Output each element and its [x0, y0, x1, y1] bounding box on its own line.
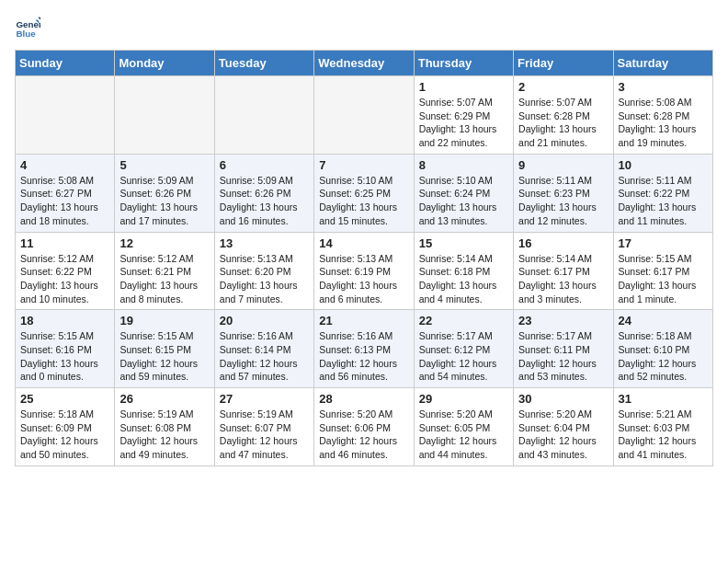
day-number: 15 [419, 236, 508, 250]
calendar-cell: 30Sunrise: 5:20 AM Sunset: 6:04 PM Dayli… [514, 388, 613, 466]
day-info: Sunrise: 5:12 AM Sunset: 6:21 PM Dayligh… [119, 252, 209, 306]
day-info: Sunrise: 5:12 AM Sunset: 6:22 PM Dayligh… [20, 252, 109, 306]
day-info: Sunrise: 5:20 AM Sunset: 6:06 PM Dayligh… [319, 408, 408, 462]
day-info: Sunrise: 5:09 AM Sunset: 6:26 PM Dayligh… [119, 174, 209, 228]
calendar-cell: 12Sunrise: 5:12 AM Sunset: 6:21 PM Dayli… [115, 232, 214, 310]
day-info: Sunrise: 5:07 AM Sunset: 6:28 PM Dayligh… [518, 96, 608, 150]
day-info: Sunrise: 5:10 AM Sunset: 6:24 PM Dayligh… [419, 174, 508, 228]
day-number: 27 [220, 392, 309, 406]
calendar-cell: 18Sunrise: 5:15 AM Sunset: 6:16 PM Dayli… [16, 310, 115, 388]
day-number: 24 [619, 314, 708, 327]
weekday-header-sunday: Sunday [16, 51, 115, 76]
day-number: 18 [20, 314, 109, 327]
logo-icon: General Blue [15, 15, 40, 40]
day-info: Sunrise: 5:19 AM Sunset: 6:07 PM Dayligh… [220, 408, 309, 462]
day-number: 20 [220, 314, 309, 327]
calendar-cell: 23Sunrise: 5:17 AM Sunset: 6:11 PM Dayli… [514, 310, 613, 388]
day-number: 7 [319, 158, 408, 172]
calendar-cell: 24Sunrise: 5:18 AM Sunset: 6:10 PM Dayli… [613, 310, 712, 388]
calendar-cell: 21Sunrise: 5:16 AM Sunset: 6:13 PM Dayli… [314, 310, 414, 388]
day-number: 1 [419, 80, 508, 94]
calendar-cell: 28Sunrise: 5:20 AM Sunset: 6:06 PM Dayli… [314, 388, 414, 466]
day-info: Sunrise: 5:14 AM Sunset: 6:18 PM Dayligh… [419, 252, 508, 306]
calendar-cell [16, 76, 115, 155]
day-info: Sunrise: 5:09 AM Sunset: 6:26 PM Dayligh… [220, 174, 309, 228]
calendar-cell: 2Sunrise: 5:07 AM Sunset: 6:28 PM Daylig… [514, 76, 613, 155]
calendar-cell: 25Sunrise: 5:18 AM Sunset: 6:09 PM Dayli… [16, 388, 115, 466]
calendar-week-3: 11Sunrise: 5:12 AM Sunset: 6:22 PM Dayli… [16, 232, 713, 310]
day-number: 14 [319, 236, 408, 250]
day-number: 3 [619, 80, 708, 94]
calendar-cell: 22Sunrise: 5:17 AM Sunset: 6:12 PM Dayli… [414, 310, 513, 388]
weekday-header-wednesday: Wednesday [314, 51, 414, 76]
calendar-cell: 20Sunrise: 5:16 AM Sunset: 6:14 PM Dayli… [214, 310, 313, 388]
weekday-header-saturday: Saturday [613, 51, 712, 76]
day-number: 31 [619, 392, 708, 406]
weekday-header-tuesday: Tuesday [214, 51, 313, 76]
day-info: Sunrise: 5:19 AM Sunset: 6:08 PM Dayligh… [119, 408, 209, 462]
calendar-cell: 15Sunrise: 5:14 AM Sunset: 6:18 PM Dayli… [414, 232, 513, 310]
day-info: Sunrise: 5:11 AM Sunset: 6:22 PM Dayligh… [619, 174, 708, 228]
calendar-cell: 3Sunrise: 5:08 AM Sunset: 6:28 PM Daylig… [613, 76, 712, 155]
calendar-cell: 9Sunrise: 5:11 AM Sunset: 6:23 PM Daylig… [514, 154, 613, 232]
day-info: Sunrise: 5:11 AM Sunset: 6:23 PM Dayligh… [518, 174, 608, 228]
calendar-cell: 6Sunrise: 5:09 AM Sunset: 6:26 PM Daylig… [214, 154, 313, 232]
day-info: Sunrise: 5:13 AM Sunset: 6:20 PM Dayligh… [220, 252, 309, 306]
calendar-cell [214, 76, 313, 155]
day-number: 30 [518, 392, 608, 406]
weekday-header-thursday: Thursday [414, 51, 513, 76]
day-number: 10 [619, 158, 708, 172]
calendar-cell [115, 76, 214, 155]
calendar-table: SundayMondayTuesdayWednesdayThursdayFrid… [15, 50, 713, 466]
calendar-cell: 7Sunrise: 5:10 AM Sunset: 6:25 PM Daylig… [314, 154, 414, 232]
day-number: 13 [220, 236, 309, 250]
day-number: 19 [119, 314, 209, 327]
day-info: Sunrise: 5:15 AM Sunset: 6:16 PM Dayligh… [20, 329, 109, 384]
calendar-week-4: 18Sunrise: 5:15 AM Sunset: 6:16 PM Dayli… [16, 310, 713, 388]
calendar-cell: 1Sunrise: 5:07 AM Sunset: 6:29 PM Daylig… [414, 76, 513, 155]
calendar-cell: 16Sunrise: 5:14 AM Sunset: 6:17 PM Dayli… [514, 232, 613, 310]
day-info: Sunrise: 5:08 AM Sunset: 6:28 PM Dayligh… [619, 96, 708, 150]
day-info: Sunrise: 5:18 AM Sunset: 6:09 PM Dayligh… [20, 408, 109, 462]
logo: General Blue [15, 15, 42, 40]
calendar-week-5: 25Sunrise: 5:18 AM Sunset: 6:09 PM Dayli… [16, 388, 713, 466]
calendar-cell: 4Sunrise: 5:08 AM Sunset: 6:27 PM Daylig… [16, 154, 115, 232]
day-number: 23 [518, 314, 608, 327]
day-number: 29 [419, 392, 508, 406]
day-info: Sunrise: 5:18 AM Sunset: 6:10 PM Dayligh… [619, 329, 708, 384]
day-info: Sunrise: 5:21 AM Sunset: 6:03 PM Dayligh… [619, 408, 708, 462]
calendar-cell [314, 76, 414, 155]
calendar-cell: 14Sunrise: 5:13 AM Sunset: 6:19 PM Dayli… [314, 232, 414, 310]
day-info: Sunrise: 5:15 AM Sunset: 6:15 PM Dayligh… [119, 329, 209, 384]
day-number: 22 [419, 314, 508, 327]
day-info: Sunrise: 5:20 AM Sunset: 6:04 PM Dayligh… [518, 408, 608, 462]
day-number: 2 [518, 80, 608, 94]
day-number: 8 [419, 158, 508, 172]
day-number: 17 [619, 236, 708, 250]
day-info: Sunrise: 5:16 AM Sunset: 6:13 PM Dayligh… [319, 329, 408, 384]
calendar-cell: 26Sunrise: 5:19 AM Sunset: 6:08 PM Dayli… [115, 388, 214, 466]
day-number: 28 [319, 392, 408, 406]
day-info: Sunrise: 5:20 AM Sunset: 6:05 PM Dayligh… [419, 408, 508, 462]
day-info: Sunrise: 5:17 AM Sunset: 6:12 PM Dayligh… [419, 329, 508, 384]
day-number: 21 [319, 314, 408, 327]
day-number: 12 [119, 236, 209, 250]
calendar-week-1: 1Sunrise: 5:07 AM Sunset: 6:29 PM Daylig… [16, 76, 713, 155]
calendar-cell: 19Sunrise: 5:15 AM Sunset: 6:15 PM Dayli… [115, 310, 214, 388]
day-info: Sunrise: 5:15 AM Sunset: 6:17 PM Dayligh… [619, 252, 708, 306]
calendar-cell: 17Sunrise: 5:15 AM Sunset: 6:17 PM Dayli… [613, 232, 712, 310]
calendar-cell: 27Sunrise: 5:19 AM Sunset: 6:07 PM Dayli… [214, 388, 313, 466]
day-number: 25 [20, 392, 109, 406]
weekday-header-monday: Monday [115, 51, 214, 76]
day-number: 26 [119, 392, 209, 406]
weekday-header-friday: Friday [514, 51, 613, 76]
svg-text:Blue: Blue [16, 29, 36, 39]
day-number: 9 [518, 158, 608, 172]
calendar-cell: 31Sunrise: 5:21 AM Sunset: 6:03 PM Dayli… [613, 388, 712, 466]
calendar-cell: 8Sunrise: 5:10 AM Sunset: 6:24 PM Daylig… [414, 154, 513, 232]
weekday-header-row: SundayMondayTuesdayWednesdayThursdayFrid… [16, 51, 713, 76]
day-info: Sunrise: 5:13 AM Sunset: 6:19 PM Dayligh… [319, 252, 408, 306]
day-info: Sunrise: 5:17 AM Sunset: 6:11 PM Dayligh… [518, 329, 608, 384]
day-info: Sunrise: 5:07 AM Sunset: 6:29 PM Dayligh… [419, 96, 508, 150]
day-number: 16 [518, 236, 608, 250]
